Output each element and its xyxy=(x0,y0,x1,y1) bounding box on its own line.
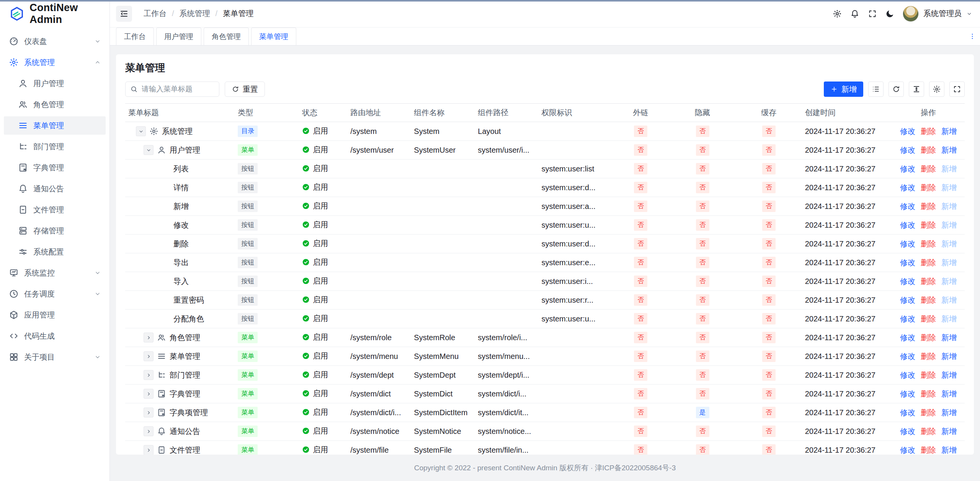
edit-link[interactable]: 修改 xyxy=(900,427,915,435)
sidebar-item-config[interactable]: 系统配置 xyxy=(4,243,106,261)
search-input[interactable] xyxy=(142,85,214,93)
column-settings-button[interactable] xyxy=(929,82,944,97)
delete-link[interactable]: 删除 xyxy=(921,333,936,342)
delete-link[interactable]: 删除 xyxy=(921,127,936,135)
sidebar-item-schedule[interactable]: 任务调度 xyxy=(4,285,106,303)
delete-link[interactable]: 删除 xyxy=(921,408,936,417)
delete-link[interactable]: 删除 xyxy=(921,183,936,192)
tab-options-button[interactable] xyxy=(965,28,980,45)
add-child-link[interactable]: 新增 xyxy=(941,352,957,360)
delete-link[interactable]: 删除 xyxy=(921,371,936,379)
delete-link[interactable]: 删除 xyxy=(921,165,936,173)
table-refresh-button[interactable] xyxy=(889,82,904,97)
status-enabled: 启用 xyxy=(302,182,328,192)
edit-link[interactable]: 修改 xyxy=(900,258,915,267)
row-height-button[interactable] xyxy=(909,82,924,97)
edit-link[interactable]: 修改 xyxy=(900,240,915,248)
edit-link[interactable]: 修改 xyxy=(900,127,915,135)
expand-row-button[interactable] xyxy=(144,426,154,436)
sidebar-item-system[interactable]: 系统管理 xyxy=(4,53,106,72)
delete-link[interactable]: 删除 xyxy=(921,427,936,435)
edit-link[interactable]: 修改 xyxy=(900,296,915,304)
delete-link[interactable]: 删除 xyxy=(921,202,936,210)
delete-link[interactable]: 删除 xyxy=(921,258,936,267)
sidebar-item-codegen[interactable]: 代码生成 xyxy=(4,327,106,345)
add-child-link[interactable]: 新增 xyxy=(941,408,957,417)
add-child-link[interactable]: 新增 xyxy=(941,146,957,154)
component-path: system/user/i... xyxy=(475,141,538,160)
expand-row-button[interactable] xyxy=(144,351,154,361)
expand-row-button[interactable] xyxy=(144,389,154,399)
reset-button[interactable]: 重置 xyxy=(225,82,265,97)
sidebar-item-storage[interactable]: 存储管理 xyxy=(4,222,106,240)
tab-role[interactable]: 角色管理 xyxy=(204,28,249,45)
add-child-link[interactable]: 新增 xyxy=(941,333,957,342)
edit-link[interactable]: 修改 xyxy=(900,183,915,192)
edit-link[interactable]: 修改 xyxy=(900,315,915,323)
app-logo[interactable]: ContiNew Admin xyxy=(0,0,109,28)
breadcrumb-item-system[interactable]: 系统管理 xyxy=(180,8,210,19)
delete-link[interactable]: 删除 xyxy=(921,277,936,285)
add-child-link[interactable]: 新增 xyxy=(941,446,957,454)
edit-link[interactable]: 修改 xyxy=(900,221,915,229)
edit-link[interactable]: 修改 xyxy=(900,371,915,379)
edit-link[interactable]: 修改 xyxy=(900,390,915,398)
tab-user[interactable]: 用户管理 xyxy=(156,28,201,45)
sidebar-item-dashboard[interactable]: 仪表盘 xyxy=(4,32,106,51)
collapse-row-button[interactable] xyxy=(136,126,146,136)
sidebar-item-dept[interactable]: 部门管理 xyxy=(4,137,106,156)
expand-row-button[interactable] xyxy=(144,408,154,417)
list-icon xyxy=(872,85,880,93)
delete-link[interactable]: 删除 xyxy=(921,240,936,248)
dark-mode-button[interactable] xyxy=(881,5,899,23)
tab-workbench[interactable]: 工作台 xyxy=(116,28,154,45)
table-row: 部门管理菜单启用/system/deptSystemDeptsystem/dep… xyxy=(125,366,965,385)
settings-button[interactable] xyxy=(828,5,846,23)
delete-link[interactable]: 删除 xyxy=(921,296,936,304)
delete-link[interactable]: 删除 xyxy=(921,352,936,360)
edit-link[interactable]: 修改 xyxy=(900,333,915,342)
collapse-row-button[interactable] xyxy=(144,145,154,155)
add-child-link[interactable]: 新增 xyxy=(941,427,957,435)
expand-all-button[interactable] xyxy=(868,82,884,97)
sidebar-item-dict[interactable]: 字典管理 xyxy=(4,158,106,177)
sidebar-item-menu[interactable]: 菜单管理 xyxy=(4,116,106,135)
fullscreen-button[interactable] xyxy=(864,5,881,23)
user-icon xyxy=(18,78,28,88)
delete-link[interactable]: 删除 xyxy=(921,315,936,323)
sidebar-item-appmgr[interactable]: 应用管理 xyxy=(4,306,106,324)
user-menu[interactable]: 系统管理员 xyxy=(903,6,972,22)
delete-link[interactable]: 删除 xyxy=(921,146,936,154)
delete-link[interactable]: 删除 xyxy=(921,390,936,398)
add-child-link[interactable]: 新增 xyxy=(941,390,957,398)
edit-link[interactable]: 修改 xyxy=(900,277,915,285)
expand-row-button[interactable] xyxy=(144,333,154,342)
add-child-link[interactable]: 新增 xyxy=(941,371,957,379)
avatar[interactable] xyxy=(903,6,919,22)
sidebar-item-notice[interactable]: 通知公告 xyxy=(4,179,106,198)
edit-link[interactable]: 修改 xyxy=(900,352,915,360)
add-button[interactable]: 新增 xyxy=(824,82,863,97)
notifications-button[interactable] xyxy=(846,5,864,23)
edit-link[interactable]: 修改 xyxy=(900,146,915,154)
sidebar-item-about[interactable]: 关于项目 xyxy=(4,348,106,366)
tab-menu[interactable]: 菜单管理 xyxy=(251,28,296,45)
expand-row-button[interactable] xyxy=(144,445,154,455)
table-fullscreen-button[interactable] xyxy=(949,82,965,97)
sidebar-collapse-button[interactable] xyxy=(116,6,132,22)
expand-row-button[interactable] xyxy=(144,370,154,380)
add-child-link[interactable]: 新增 xyxy=(941,127,957,135)
sidebar-item-role[interactable]: 角色管理 xyxy=(4,95,106,114)
edit-link[interactable]: 修改 xyxy=(900,165,915,173)
component-name: SystemUser xyxy=(411,141,475,160)
edit-link[interactable]: 修改 xyxy=(900,408,915,417)
sidebar-item-monitor[interactable]: 系统监控 xyxy=(4,264,106,282)
breadcrumb-item-workbench[interactable]: 工作台 xyxy=(144,8,167,19)
delete-link[interactable]: 删除 xyxy=(921,221,936,229)
sidebar-item-file[interactable]: 文件管理 xyxy=(4,201,106,219)
edit-link[interactable]: 修改 xyxy=(900,202,915,210)
created-time: 2024-11-17 20:36:27 xyxy=(802,366,892,385)
delete-link[interactable]: 删除 xyxy=(921,446,936,454)
sidebar-item-user[interactable]: 用户管理 xyxy=(4,74,106,93)
edit-link[interactable]: 修改 xyxy=(900,446,915,454)
